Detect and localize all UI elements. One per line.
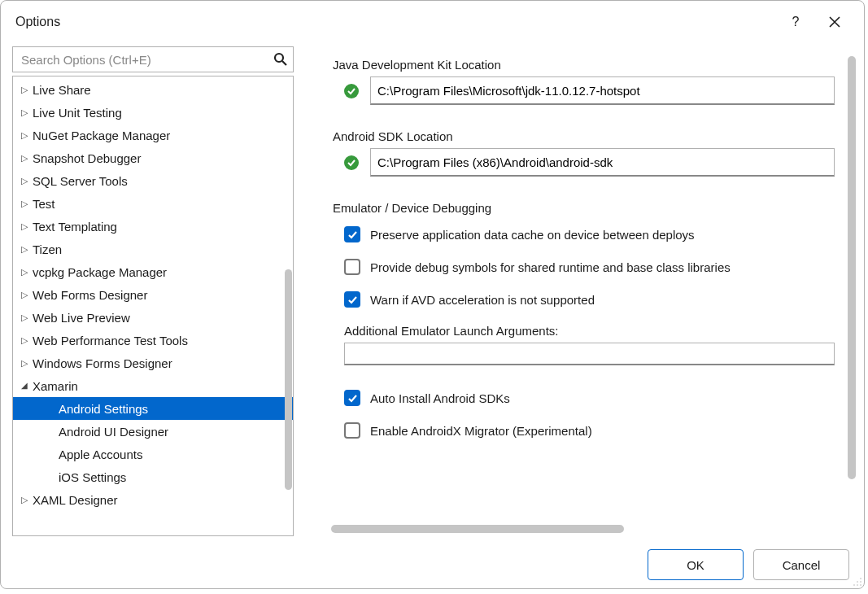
tree-node[interactable]: ▷Web Performance Test Tools xyxy=(13,329,293,352)
tree-node-label: Web Live Preview xyxy=(31,311,130,325)
checkbox-label: Enable AndroidX Migrator (Experimental) xyxy=(370,424,592,438)
checkbox-unchecked-icon xyxy=(344,259,360,275)
settings-pane: Java Development Kit Location Android SD… xyxy=(310,46,857,536)
chevron-right-icon: ▷ xyxy=(18,335,31,346)
chevron-right-icon: ▷ xyxy=(18,85,31,95)
additional-args-input[interactable] xyxy=(344,343,835,365)
ok-button[interactable]: OK xyxy=(648,549,744,580)
tree-scrollbar[interactable] xyxy=(280,76,293,535)
tree-node[interactable]: ▷NuGet Package Manager xyxy=(13,124,293,146)
options-tree[interactable]: ▷Live Share▷Live Unit Testing▷NuGet Pack… xyxy=(12,76,294,536)
tree-node[interactable]: ▷XAML Designer xyxy=(13,488,293,511)
options-dialog: Options ? ▷Live Share▷Live Unit Testing▷… xyxy=(0,0,865,589)
additional-args-label: Additional Emulator Launch Arguments: xyxy=(333,324,835,338)
tree-node-label: Text Templating xyxy=(31,220,117,234)
tree-node-label: Web Forms Designer xyxy=(31,288,147,302)
chevron-right-icon: ▷ xyxy=(18,130,31,141)
tree-node[interactable]: ▷vcpkg Package Manager xyxy=(13,260,293,283)
tree-node-label: Live Unit Testing xyxy=(31,106,122,120)
svg-point-1 xyxy=(860,578,861,579)
jdk-label: Java Development Kit Location xyxy=(333,58,835,72)
auto-install-checkbox[interactable]: Auto Install Android SDKs xyxy=(333,390,835,406)
svg-point-4 xyxy=(853,584,855,586)
tree-node[interactable]: ▷Live Share xyxy=(13,78,293,101)
tree-node-label: SQL Server Tools xyxy=(31,174,128,188)
tree-node-label: Tizen xyxy=(31,242,62,256)
chevron-right-icon: ▷ xyxy=(18,199,31,209)
search-box[interactable] xyxy=(12,46,294,72)
checkbox-label: Auto Install Android SDKs xyxy=(370,391,510,405)
sdk-location-input[interactable] xyxy=(370,148,835,177)
tree-node[interactable]: ▷Live Unit Testing xyxy=(13,101,293,124)
tree-node[interactable]: ▷Tizen xyxy=(13,238,293,260)
window-title: Options xyxy=(15,15,60,29)
androidx-checkbox[interactable]: Enable AndroidX Migrator (Experimental) xyxy=(333,422,835,439)
tree-node[interactable]: ▷Web Forms Designer xyxy=(13,283,293,306)
tree-node-label: XAML Designer xyxy=(31,493,118,507)
chevron-right-icon: ▷ xyxy=(18,267,31,277)
search-input[interactable] xyxy=(20,52,273,68)
tree-scrollbar-thumb[interactable] xyxy=(285,269,292,490)
tree-node-label: Live Share xyxy=(31,83,91,97)
chevron-right-icon: ▷ xyxy=(18,495,31,505)
close-icon xyxy=(829,16,840,28)
tree-node-label: Apple Accounts xyxy=(57,448,142,461)
chevron-right-icon: ▷ xyxy=(18,221,31,232)
titlebar: Options ? xyxy=(1,1,864,43)
tree-node[interactable]: ◢Xamarin xyxy=(13,374,293,397)
warn-avd-checkbox[interactable]: Warn if AVD acceleration is not supporte… xyxy=(333,291,835,308)
checkbox-checked-icon xyxy=(344,226,360,242)
help-icon: ? xyxy=(792,15,800,29)
dialog-footer: OK Cancel xyxy=(1,541,864,588)
tree-node[interactable]: ▷Snapshot Debugger xyxy=(13,146,293,169)
chevron-right-icon: ▷ xyxy=(18,290,31,300)
checkmark-icon xyxy=(344,84,359,98)
pane-hscrollbar[interactable] xyxy=(331,525,624,533)
sdk-label: Android SDK Location xyxy=(333,129,835,143)
cancel-button[interactable]: Cancel xyxy=(753,549,849,580)
tree-node[interactable]: ▷Web Live Preview xyxy=(13,306,293,329)
checkbox-label: Provide debug symbols for shared runtime… xyxy=(370,260,731,274)
close-button[interactable] xyxy=(815,1,854,43)
help-button[interactable]: ? xyxy=(776,1,815,43)
tree-child-node[interactable]: iOS Settings xyxy=(13,465,293,488)
resize-grip-icon[interactable] xyxy=(851,575,862,587)
tree-child-node[interactable]: Android UI Designer xyxy=(13,420,293,443)
sidebar: ▷Live Share▷Live Unit Testing▷NuGet Pack… xyxy=(12,46,294,536)
chevron-right-icon: ▷ xyxy=(18,176,31,186)
tree-node-label: Test xyxy=(31,197,55,211)
tree-node-label: vcpkg Package Manager xyxy=(31,265,167,279)
jdk-location-input[interactable] xyxy=(370,76,835,105)
chevron-right-icon: ▷ xyxy=(18,244,31,255)
chevron-down-icon: ◢ xyxy=(18,381,31,390)
checkmark-icon xyxy=(344,155,359,170)
chevron-right-icon: ▷ xyxy=(18,358,31,369)
tree-child-node[interactable]: Apple Accounts xyxy=(13,443,293,465)
checkbox-label: Preserve application data cache on devic… xyxy=(370,228,695,242)
tree-node-label: NuGet Package Manager xyxy=(31,129,170,142)
svg-point-6 xyxy=(860,584,861,586)
tree-node[interactable]: ▷Windows Forms Designer xyxy=(13,352,293,374)
chevron-right-icon: ▷ xyxy=(18,153,31,164)
svg-point-2 xyxy=(857,581,858,583)
tree-node[interactable]: ▷SQL Server Tools xyxy=(13,169,293,192)
tree-node-label: Xamarin xyxy=(31,379,78,393)
emulator-group-label: Emulator / Device Debugging xyxy=(333,201,835,215)
svg-point-5 xyxy=(857,584,858,586)
tree-node-label: Web Performance Test Tools xyxy=(31,334,188,347)
tree-node-label: Windows Forms Designer xyxy=(31,356,172,370)
checkbox-checked-icon xyxy=(344,291,360,308)
tree-node-label: Android Settings xyxy=(57,402,148,416)
tree-child-node[interactable]: Android Settings xyxy=(13,397,293,420)
chevron-right-icon: ▷ xyxy=(18,312,31,323)
jdk-field-row xyxy=(333,76,835,105)
preserve-data-checkbox[interactable]: Preserve application data cache on devic… xyxy=(333,226,835,242)
sdk-field-row xyxy=(333,148,835,177)
debug-symbols-checkbox[interactable]: Provide debug symbols for shared runtime… xyxy=(333,259,835,275)
tree-node[interactable]: ▷Test xyxy=(13,192,293,215)
checkbox-unchecked-icon xyxy=(344,422,360,439)
tree-node-label: iOS Settings xyxy=(57,470,126,484)
tree-node[interactable]: ▷Text Templating xyxy=(13,215,293,238)
pane-scrollbar[interactable] xyxy=(848,56,856,479)
checkbox-label: Warn if AVD acceleration is not supporte… xyxy=(370,293,595,307)
